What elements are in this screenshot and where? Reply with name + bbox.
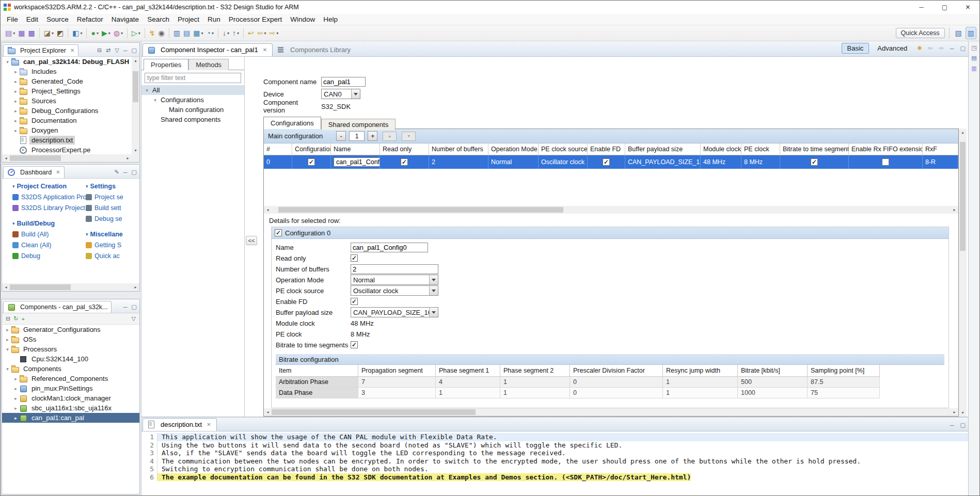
dashboard-link-debug[interactable]: Debug [12,250,86,261]
forward-icon[interactable]: ⇨▾ [267,27,280,39]
scrollbar-track[interactable] [272,206,951,214]
project-explorer-item-debug-configurations[interactable]: ▸Debug_Configurations [2,106,132,116]
components-item-can-pal1-can-pal[interactable]: ▸can_pal1:can_pal [2,413,139,423]
enable-fd-checkbox[interactable] [351,298,358,305]
column-header-operation-mode[interactable]: Operation Mode [488,143,539,155]
previous-annotation-icon[interactable]: ↑▾ [231,27,241,39]
maximize-view-icon[interactable]: ▢ [130,169,138,175]
restore-view-icon[interactable]: ◳ [970,44,978,51]
configurations-table-hscrollbar[interactable]: ◂▸ [264,206,958,214]
project-explorer-tab[interactable]: Project Explorer ✕ [3,44,78,56]
last-edit-location-icon[interactable]: ↩ [246,27,256,39]
tree-collapsed-icon[interactable]: ▸ [12,108,19,114]
remove-configuration-button[interactable]: - [336,131,346,141]
help-icon[interactable]: ✱ [915,45,923,52]
minimize-view-icon[interactable]: ─ [122,169,129,175]
new-source-icon[interactable]: ◧▾ [71,27,84,39]
scrollbar-thumb[interactable] [272,409,476,415]
project-explorer-item-generated-code[interactable]: ▸Generated_Code [2,76,132,86]
dashboard-tab[interactable]: Dashboard ✕ [3,166,65,178]
task-list-view-icon[interactable]: ▥ [970,65,978,72]
debug-icon[interactable]: ●▾ [89,27,100,39]
scrollbar-track[interactable] [959,136,967,409]
project-explorer-item-project-settings[interactable]: ▸Project_Settings [2,86,132,96]
run-icon[interactable]: ▶▾ [100,27,112,39]
add-configuration-button[interactable]: + [368,131,377,141]
dashboard-hscrollbar[interactable]: ◂▸ [2,283,139,291]
maximize-view-icon[interactable]: ▢ [130,303,138,310]
tree-expanded-icon[interactable]: ▾ [4,347,11,352]
profile-icon[interactable]: ◍▾ [112,27,124,39]
components-item-referenced-components[interactable]: ▸Referenced_Components [2,374,139,383]
chevron-down-icon[interactable]: ▾ [13,31,15,36]
flash-programmer-icon[interactable]: ↯ [148,27,157,39]
name-input[interactable] [351,243,428,252]
project-explorer-item-can-pal-s32k144-debug-flash[interactable]: ▾can_pal_s32k144: Debug_FLASH [2,57,132,67]
chevron-down-icon[interactable] [429,308,438,317]
component-name-input[interactable] [321,77,366,87]
tree-collapsed-icon[interactable]: ▸ [12,118,19,123]
collapse-all-icon[interactable]: ⊟ [96,47,103,54]
back-icon[interactable]: ⇦ [926,45,934,52]
new-wizard-icon[interactable]: ▤▾ [4,27,17,39]
column-header-configuration[interactable]: Configuration [292,143,331,155]
components-item-generator-configurations[interactable]: ▸Generator_Configurations [2,325,139,334]
tree-collapsed-icon[interactable]: ▸ [12,396,19,401]
scrollbar-track[interactable] [10,283,132,291]
column-header-name[interactable]: Name [331,143,380,155]
menu-window[interactable]: Window [286,14,319,24]
dashboard-link-s32ds-application-project[interactable]: S32DS Application Project [12,191,86,202]
tree-collapsed-icon[interactable]: ▸ [4,327,11,332]
column-header-number-of-buffers[interactable]: Number of buffers [429,143,488,155]
read-only-checkbox[interactable] [351,254,358,262]
components-item-pin-mux-pinsettings[interactable]: ▸pin_mux:PinSettings [2,383,139,393]
chevron-down-icon[interactable] [429,275,438,284]
tree-expanded-icon[interactable]: ▾ [4,59,11,65]
components-item-components[interactable]: ▾Components [2,364,139,374]
scroll-up-button[interactable]: ▴ [959,129,967,136]
tree-expanded-icon[interactable]: ▾ [152,98,159,103]
name-cell-editor[interactable]: can_pal1_Config0 [334,157,380,167]
pins-tool-icon[interactable]: ▦▾ [192,27,204,39]
project-explorer-item-doxygen[interactable]: ▸Doxygen [2,125,132,135]
menu-help[interactable]: Help [319,14,342,24]
dashboard-link-quick-ac[interactable]: Quick ac [86,250,139,261]
tree-collapsed-icon[interactable]: ▸ [12,128,19,133]
project-explorer-item-processorexpert-pe[interactable]: ProcessorExpert.pe [2,145,132,154]
back-icon[interactable]: ⇦▾ [256,27,268,39]
column-header-enable-fd[interactable]: Enable FD [588,143,625,155]
scrollbar-track[interactable] [132,65,139,147]
components-item-sbc-uja116x1-sbc-uja116x[interactable]: ▸sbc_uja116x1:sbc_uja116x [2,403,139,413]
filter-input[interactable] [145,73,241,83]
menu-processor-expert[interactable]: Processor Expert [225,14,287,24]
menu-file[interactable]: File [3,14,22,24]
components-tab[interactable]: Components - can_pal_s32k... ✕ [3,301,112,313]
checkbox[interactable] [308,158,315,166]
chevron-down-icon[interactable]: ▾ [212,31,214,36]
checkbox[interactable] [811,158,818,166]
close-icon[interactable]: ✕ [263,47,267,53]
inspector-vscrollbar[interactable]: ▴▾ [959,129,967,417]
scroll-right-button[interactable]: ▸ [951,206,958,214]
search-icon[interactable]: ◉ [157,27,166,39]
scroll-left-button[interactable]: ◂ [2,283,10,291]
configuration-enabled-checkbox[interactable] [275,229,282,236]
menu-refactor[interactable]: Refactor [73,14,107,24]
quick-access-button[interactable]: Quick Access [896,28,945,38]
tree-collapsed-icon[interactable]: ▸ [4,337,11,342]
dashboard-section-header[interactable]: ▾Settings [86,183,139,190]
close-icon[interactable]: ✕ [207,422,211,427]
project-explorer-hscrollbar[interactable]: ◂▸ [2,154,132,162]
project-explorer-item-description-txt[interactable]: description.txt [2,135,132,145]
tree-collapsed-icon[interactable]: ▸ [12,386,19,391]
bitrate-row-data-phase[interactable]: Data Phase31101100075 [276,388,944,398]
maximize-view-icon[interactable]: ▢ [959,422,967,428]
number-of-buffers-input[interactable] [351,264,438,274]
column-header-[interactable]: # [264,143,292,155]
scroll-down-button[interactable]: ▾ [959,409,967,417]
column-header-bitrate-to-time-segments[interactable]: Bitrate to time segments [780,143,849,155]
chevron-down-icon[interactable]: ▾ [237,31,239,36]
chevron-down-icon[interactable]: ▾ [121,31,123,36]
tab-components-library[interactable]: Components Library [273,44,356,56]
menu-run[interactable]: Run [203,14,225,24]
